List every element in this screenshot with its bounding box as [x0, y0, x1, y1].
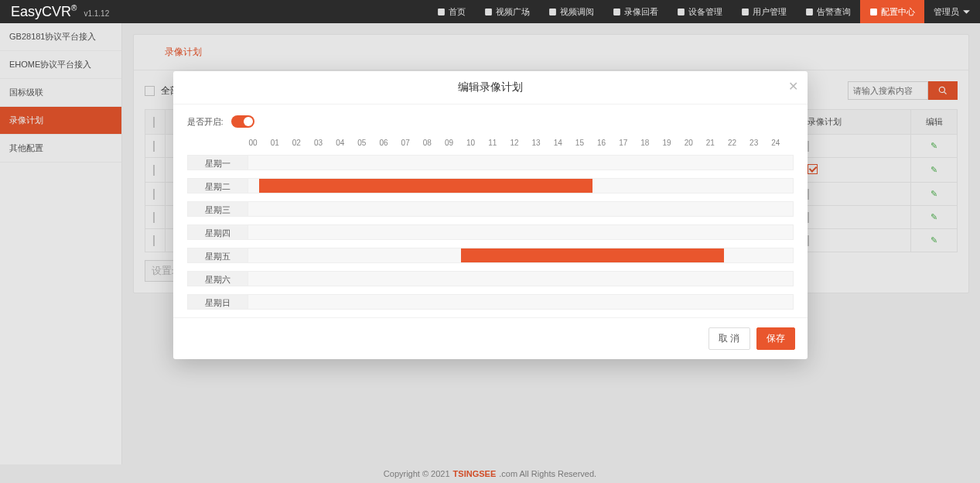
nav-item-label: 首页: [449, 6, 466, 18]
close-icon[interactable]: ✕: [788, 79, 798, 94]
nav-item-label: 视频调阅: [560, 6, 594, 18]
modal-header: 编辑录像计划 ✕: [173, 71, 808, 104]
hour-tick: 12: [510, 139, 531, 147]
day-row-5: 星期六: [187, 271, 794, 286]
topbar: EasyCVR® v1.1.12 首页视频广场视频调阅录像回看设备管理用户管理告…: [0, 0, 980, 23]
day-label: 星期四: [187, 224, 248, 240]
dashboard-icon: [437, 8, 446, 16]
svg-rect-0: [438, 9, 445, 15]
play-icon: [484, 8, 493, 16]
cancel-button[interactable]: 取 消: [709, 327, 750, 350]
time-segment[interactable]: [461, 248, 724, 262]
day-label: 星期六: [187, 271, 248, 286]
nav-item-label: 录像回看: [624, 6, 658, 18]
day-label: 星期三: [187, 201, 248, 217]
day-track[interactable]: [248, 201, 794, 217]
hour-tick: 14: [554, 139, 575, 147]
hour-tick: 23: [750, 139, 771, 147]
svg-rect-1: [485, 9, 492, 15]
save-button[interactable]: 保存: [756, 327, 795, 350]
monitor-icon: [548, 8, 557, 16]
admin-dropdown[interactable]: 管理员: [924, 0, 980, 23]
nav-item-label: 视频广场: [496, 6, 530, 18]
hour-scale: 0001020304050607080910111213141516171819…: [249, 139, 794, 147]
nav-item-label: 用户管理: [753, 6, 787, 18]
hour-tick: 13: [532, 139, 554, 147]
hour-tick: 01: [271, 139, 292, 147]
day-label: 星期五: [187, 248, 248, 263]
nav-item-2[interactable]: 视频调阅: [539, 0, 603, 23]
bars-icon: [677, 8, 685, 16]
gear-icon: [869, 8, 878, 16]
time-segment[interactable]: [259, 179, 592, 193]
enable-row: 是否开启:: [187, 115, 794, 128]
hour-tick: 05: [357, 139, 379, 147]
user-icon: [741, 8, 750, 16]
hour-tick: 22: [728, 139, 750, 147]
chevron-down-icon: [962, 8, 971, 16]
modal-overlay[interactable]: 编辑录像计划 ✕ 是否开启: 0001020304050607080910111…: [0, 23, 980, 483]
hour-tick: 16: [597, 139, 619, 147]
hour-tick: 04: [336, 139, 357, 147]
day-label: 星期二: [187, 178, 248, 194]
day-row-1: 星期二: [187, 178, 794, 194]
day-row-4: 星期五: [187, 248, 794, 263]
hour-tick: 19: [662, 139, 684, 147]
hour-tick: 24: [771, 139, 793, 147]
nav-item-5[interactable]: 用户管理: [732, 0, 796, 23]
nav-item-label: 告警查询: [817, 6, 851, 18]
edit-plan-modal: 编辑录像计划 ✕ 是否开启: 0001020304050607080910111…: [173, 71, 808, 359]
hour-tick: 21: [706, 139, 728, 147]
hour-tick: 08: [423, 139, 445, 147]
hour-tick: 10: [466, 139, 488, 147]
hour-tick: 09: [445, 139, 466, 147]
day-row-6: 星期日: [187, 294, 794, 310]
schedule-grid: 0001020304050607080910111213141516171819…: [187, 139, 794, 313]
modal-footer: 取 消 保存: [173, 317, 808, 359]
svg-rect-6: [806, 9, 813, 15]
day-label: 星期日: [187, 294, 248, 310]
nav-item-1[interactable]: 视频广场: [475, 0, 539, 23]
day-row-0: 星期一: [187, 155, 794, 170]
nav-item-4[interactable]: 设备管理: [668, 0, 732, 23]
hour-tick: 02: [292, 139, 314, 147]
day-row-3: 星期四: [187, 224, 794, 240]
svg-rect-3: [613, 9, 620, 15]
nav-item-label: 设备管理: [688, 6, 722, 18]
hour-tick: 18: [640, 139, 662, 147]
nav-item-label: 配置中心: [881, 6, 915, 18]
nav-item-7[interactable]: 配置中心: [860, 0, 924, 23]
day-track[interactable]: [248, 155, 794, 170]
svg-rect-2: [549, 9, 556, 15]
bell-icon: [805, 8, 814, 16]
hour-tick: 15: [575, 139, 597, 147]
app-logo: EasyCVR® v1.1.12: [0, 4, 120, 20]
nav-item-3[interactable]: 录像回看: [603, 0, 668, 23]
hour-tick: 11: [488, 139, 510, 147]
admin-label: 管理员: [934, 6, 959, 18]
day-track[interactable]: [248, 271, 794, 286]
svg-rect-4: [678, 9, 685, 15]
film-icon: [613, 8, 621, 16]
enable-label: 是否开启:: [187, 116, 224, 128]
day-track[interactable]: [248, 178, 794, 194]
day-row-2: 星期三: [187, 201, 794, 217]
day-track[interactable]: [248, 248, 794, 263]
enable-toggle[interactable]: [231, 115, 254, 128]
hour-tick: 00: [249, 139, 271, 147]
hour-tick: 06: [379, 139, 401, 147]
hour-tick: 20: [685, 139, 706, 147]
hour-tick: 03: [314, 139, 336, 147]
day-label: 星期一: [187, 155, 248, 170]
app-version: v1.1.12: [84, 9, 109, 18]
nav-item-6[interactable]: 告警查询: [796, 0, 860, 23]
svg-rect-5: [742, 9, 749, 15]
app-name: EasyCVR: [11, 4, 71, 19]
svg-rect-7: [870, 9, 877, 15]
day-track[interactable]: [248, 224, 794, 240]
day-track[interactable]: [248, 294, 794, 310]
modal-title: 编辑录像计划: [458, 80, 523, 93]
hour-tick: 17: [619, 139, 640, 147]
hour-tick: 07: [401, 139, 423, 147]
nav-item-0[interactable]: 首页: [428, 0, 475, 23]
